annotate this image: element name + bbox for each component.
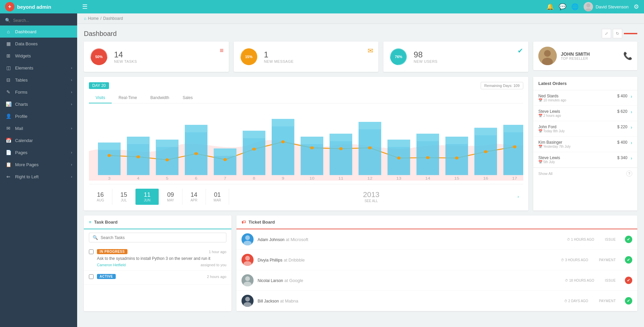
reseller-name: JOHN SMITH — [561, 51, 590, 57]
sidebar-label: Profile — [15, 114, 28, 119]
breadcrumb-home[interactable]: Home — [88, 16, 99, 21]
refresh-btn[interactable]: ↻ — [613, 29, 622, 38]
sidebar-search[interactable]: 🔍 Search... — [0, 15, 77, 26]
order-info: Steve Lewis 📅 2 hours ago — [538, 109, 617, 118]
chevron-right-icon: › — [71, 78, 72, 82]
svg-text:17: 17 — [512, 176, 517, 181]
sidebar-item-more-pages[interactable]: 📋 More Pages › — [0, 158, 77, 171]
tab-realtime[interactable]: Real-Time — [112, 93, 144, 103]
ticket-type: PAYMENT — [599, 258, 616, 262]
sidebar-label: Dashboard — [15, 29, 37, 34]
order-arrow[interactable]: › — [631, 125, 632, 130]
sidebar-label: Charts — [15, 102, 28, 107]
sidebar-item-widgets[interactable]: ⊞ Widgets — [0, 50, 77, 62]
date-next-arrow[interactable]: › — [513, 194, 523, 199]
comments-icon[interactable]: 💬 — [559, 3, 566, 10]
ticket-status: ✔ — [625, 277, 632, 284]
breadcrumb-separator: / — [100, 16, 101, 21]
order-item: Steve Lewis 📅 2 hours ago $ 620 › — [533, 106, 637, 121]
bell-icon[interactable]: 🔔 — [546, 3, 554, 10]
sidebar-item-pages[interactable]: 📄 Pages › — [0, 146, 77, 158]
settings-icon[interactable]: ⚙ — [634, 3, 639, 10]
date-item-0[interactable]: 16 AUG — [89, 189, 112, 205]
ticket-avatar — [241, 254, 254, 266]
order-arrow[interactable]: › — [631, 155, 632, 161]
main-content: ⌂ Home / Dashboard Dashboard ⤢ ↻ 50% — [77, 13, 644, 327]
bottom-panels: ≡ Task Board 🔍 IN PROGRESS 1 hour ago As… — [77, 216, 644, 316]
chevron-right-icon: › — [71, 66, 72, 70]
ticket-avatar — [241, 233, 254, 245]
tab-visits[interactable]: Visits — [89, 93, 112, 103]
user-menu[interactable]: David Stevenson — [584, 2, 629, 11]
globe-icon[interactable]: 🌐 — [571, 3, 579, 10]
task-checkbox[interactable] — [89, 249, 94, 254]
latest-orders-panel: Latest Orders Ned Stards 📅 10 minutes ag… — [533, 77, 637, 211]
sidebar-item-calendar[interactable]: 📅 Calendar — [0, 134, 77, 146]
date-item-2[interactable]: 11 JUN — [136, 189, 159, 205]
ticket-time: ⏱ 2 DAYS AGO — [564, 299, 588, 303]
reseller-role: TOP RESELLER — [561, 57, 590, 60]
sidebar-item-forms[interactable]: ✎ Forms › — [0, 86, 77, 98]
sidebar-item-dashboard[interactable]: ⌂ Dashboard — [0, 26, 77, 38]
orders-list: Ned Stards 📅 10 minutes ago $ 400 › Stev… — [533, 90, 637, 168]
sidebar-item-elements[interactable]: ◫ Elements › — [0, 62, 77, 74]
svg-text:9: 9 — [282, 176, 284, 181]
sidebar-item-mail[interactable]: ✉ Mail › — [0, 122, 77, 134]
sidebar-item-right-to-left[interactable]: ⇐ Right to Left › — [0, 171, 77, 183]
date-item-3[interactable]: 09 MAY — [159, 189, 182, 205]
phone-icon[interactable]: 📞 — [623, 52, 632, 60]
see-all-label[interactable]: SEE ALL — [231, 199, 512, 203]
svg-text:15: 15 — [454, 176, 459, 181]
task-badge: IN PROGRESS — [97, 249, 127, 254]
stat-icon: ✉ — [368, 47, 373, 55]
order-amount: $ 400 — [617, 94, 627, 98]
order-arrow[interactable]: › — [631, 140, 632, 145]
order-item: Ned Stards 📅 10 minutes ago $ 400 › — [533, 90, 637, 106]
svg-point-72 — [244, 241, 252, 245]
sidebar-icon: ◫ — [5, 65, 12, 71]
date-item-4[interactable]: 14 APR — [182, 189, 206, 205]
ticket-name: Divyia Phillips — [258, 258, 282, 263]
task-search-input[interactable] — [101, 235, 223, 240]
show-all-btn[interactable]: Show All ? — [533, 168, 637, 179]
task-checkbox[interactable] — [89, 274, 94, 279]
tab-bandwidth[interactable]: Bandwidth — [144, 93, 176, 103]
svg-rect-15 — [127, 137, 149, 144]
order-info: Kim Basinger 📅 Yesterday 7th July — [538, 140, 617, 148]
date-item-1[interactable]: 15 JUL — [112, 189, 136, 205]
sidebar-icon: ✎ — [5, 89, 12, 95]
task-user[interactable]: Cameron Hetfield — [97, 263, 126, 267]
sidebar-label: Right to Left — [15, 174, 39, 179]
sidebar-item-tables[interactable]: ⊟ Tables › — [0, 74, 77, 86]
svg-rect-48 — [445, 137, 468, 144]
date-item-5[interactable]: 01 MAR — [206, 189, 229, 205]
sidebar-item-profile[interactable]: 👤 Profile — [0, 110, 77, 122]
hamburger-menu[interactable]: ☰ — [82, 3, 88, 10]
task-board-title: Task Board — [94, 220, 118, 225]
task-time: 1 hour ago — [209, 250, 226, 254]
ticket-list: Adam Johnson at Microsoft ⏱ 1 HOURS AGO … — [236, 229, 637, 311]
svg-point-0 — [586, 3, 590, 7]
svg-rect-27 — [243, 131, 265, 138]
svg-point-43 — [397, 156, 401, 159]
task-assigned: assigned to you — [201, 263, 226, 267]
svg-rect-12 — [98, 143, 120, 150]
sidebar-item-charts[interactable]: 📊 Charts › — [0, 98, 77, 110]
stat-info-2: 98 NEW USERS — [414, 50, 437, 63]
order-arrow[interactable]: › — [631, 109, 632, 114]
order-item: Steve Lewis 📅 5th July $ 340 › — [533, 152, 637, 168]
page-header: Dashboard ⤢ ↻ — [77, 24, 644, 42]
order-arrow[interactable]: › — [631, 94, 632, 99]
sidebar-item-data-boxes[interactable]: ▦ Data Boxes — [0, 38, 77, 50]
order-amount: $ 220 — [617, 125, 627, 129]
page-actions: ⤢ ↻ — [602, 29, 637, 38]
stat-card-2: 76% 98 NEW USERS ✔ — [383, 42, 528, 72]
tab-sales[interactable]: Sales — [176, 93, 199, 103]
sidebar-label: Mail — [15, 126, 23, 131]
ticket-tag-icon: 🏷 — [241, 220, 246, 225]
task-header: ACTIVE 2 hours ago — [89, 274, 226, 279]
help-icon[interactable]: ? — [626, 171, 632, 177]
date-month: AUG — [91, 198, 110, 202]
sidebar-icon: ✉ — [5, 126, 12, 131]
expand-btn[interactable]: ⤢ — [602, 29, 611, 38]
